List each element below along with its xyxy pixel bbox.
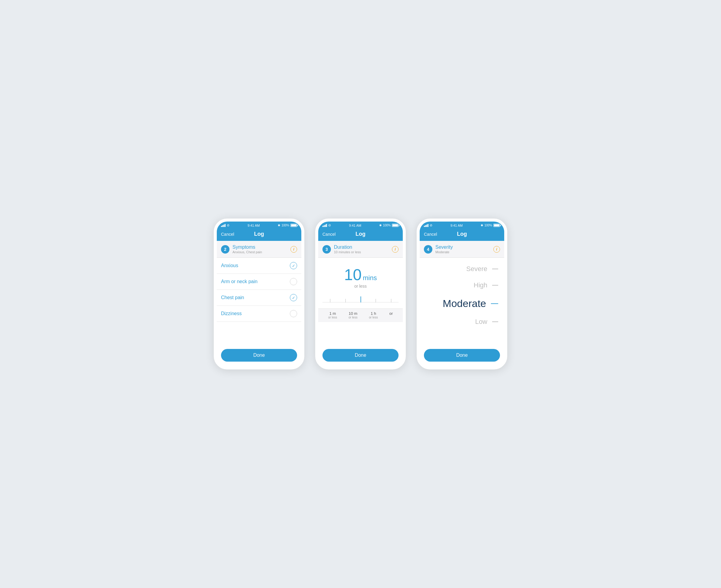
status-time-2: 9:41 AM [349,224,361,227]
track-labels: 1 m or less 10 m or less 1 h or less or [318,309,403,322]
phone-symptoms: ⊘ 9:41 AM ✱ 100% Cancel Log 2 [214,218,304,370]
track-label-sub-1: or less [328,316,337,319]
section-info-1: Symptoms Anxious, Chest pain [232,245,287,254]
signal-icon-2 [323,224,327,227]
item-label-chest: Chest pain [221,295,290,300]
wifi-icon-2: ⊘ [328,223,331,227]
cancel-button-1[interactable]: Cancel [221,232,234,237]
status-bar-1: ⊘ 9:41 AM ✱ 100% [217,222,301,229]
track-label-10m: 10 m or less [348,311,357,319]
info-button-3[interactable]: i [493,246,500,253]
list-item-chest[interactable]: Chest pain [217,290,301,306]
status-right-1: ✱ 100% [278,224,297,227]
item-label-anxious: Anxious [221,263,290,268]
status-bar-3: ⊘ 9:41 AM ✱ 100% [420,222,504,229]
done-wrap-3: Done [420,344,504,366]
bluetooth-icon-2: ✱ [379,224,382,227]
status-left-3: ⊘ [424,223,432,227]
picker-unit: mins [363,274,377,282]
phone-severity: ⊘ 9:41 AM ✱ 100% Cancel Log 4 [417,218,507,370]
track-label-or: or [389,311,393,319]
severity-dash-high [492,285,498,286]
done-button-3[interactable]: Done [424,349,500,362]
done-wrap-2: Done [318,344,403,366]
bluetooth-icon-1: ✱ [278,224,280,227]
battery-text-2: 100% [383,224,391,227]
nav-title-2: Log [356,231,366,237]
status-right-2: ✱ 100% [379,224,398,227]
severity-dash-low [492,321,498,322]
battery-icon-2 [392,224,398,227]
info-button-1[interactable]: i [290,246,297,253]
wifi-icon: ⊘ [227,223,229,227]
item-label-arm: Arm or neck pain [221,279,290,284]
wifi-icon-3: ⊘ [430,223,432,227]
check-chest[interactable] [290,294,297,301]
severity-list: Severe High Moderate Low [420,258,504,344]
list-item-dizziness[interactable]: Dizziness [217,306,301,322]
track-label-sub-3: or less [369,316,378,319]
nav-title-1: Log [254,231,264,237]
check-arm[interactable] [290,278,297,285]
section-subtitle-3: Moderate [435,250,490,254]
nav-bar-3: Cancel Log [420,229,504,241]
section-header-1: 2 Symptoms Anxious, Chest pain i [217,241,301,258]
track-label-main-2: 10 m [348,311,357,316]
phone-duration: ⊘ 9:41 AM ✱ 100% Cancel Log 3 [315,218,406,370]
step-circle-1: 2 [221,245,229,254]
severity-item-moderate[interactable]: Moderate [420,293,504,314]
duration-picker[interactable]: 10 mins or less [318,258,403,309]
signal-icon-3 [424,224,429,227]
status-left-2: ⊘ [323,223,331,227]
severity-dash-severe [492,269,498,269]
done-wrap-1: Done [217,344,301,366]
section-title-2: Duration [334,245,389,250]
item-label-dizziness: Dizziness [221,311,290,316]
check-dizziness[interactable] [290,310,297,317]
status-bar-2: ⊘ 9:41 AM ✱ 100% [318,222,403,229]
severity-label-low: Low [426,318,492,326]
severity-item-low[interactable]: Low [420,314,504,330]
section-subtitle-1: Anxious, Chest pain [232,250,287,254]
info-button-2[interactable]: i [392,246,398,253]
bluetooth-icon-3: ✱ [481,224,483,227]
severity-item-high[interactable]: High [420,277,504,293]
check-anxious[interactable] [290,262,297,269]
battery-icon-3 [493,224,500,227]
list-item-anxious[interactable]: Anxious [217,258,301,274]
status-left-1: ⊘ [221,223,229,227]
step-circle-2: 3 [323,245,331,254]
section-title-3: Severity [435,245,490,250]
track-label-main-1: 1 m [328,311,337,316]
status-time-1: 9:41 AM [248,224,260,227]
battery-text-1: 100% [282,224,289,227]
track-label-1m: 1 m or less [328,311,337,319]
nav-title-3: Log [457,231,467,237]
picker-track[interactable] [323,293,398,302]
severity-item-severe[interactable]: Severe [420,261,504,277]
severity-label-severe: Severe [426,265,492,273]
battery-text-3: 100% [484,224,492,227]
section-header-2: 3 Duration 10 minutes or less i [318,241,403,258]
track-label-main-3: 1 h [369,311,378,316]
track-label-main-4: or [389,311,393,316]
severity-label-high: High [426,281,492,289]
battery-icon-1 [290,224,297,227]
section-header-3: 4 Severity Moderate i [420,241,504,258]
scene: ⊘ 9:41 AM ✱ 100% Cancel Log 2 [202,201,519,387]
nav-bar-2: Cancel Log [318,229,403,241]
cancel-button-3[interactable]: Cancel [424,232,437,237]
track-label-sub-2: or less [348,316,357,319]
section-subtitle-2: 10 minutes or less [334,250,389,254]
status-time-3: 9:41 AM [451,224,462,227]
picker-sublabel: or less [354,284,367,289]
section-info-2: Duration 10 minutes or less [334,245,389,254]
done-button-1[interactable]: Done [221,349,297,362]
step-circle-3: 4 [424,245,432,254]
cancel-button-2[interactable]: Cancel [323,232,336,237]
nav-bar-1: Cancel Log [217,229,301,241]
status-right-3: ✱ 100% [481,224,500,227]
done-button-2[interactable]: Done [323,349,398,362]
track-label-1h: 1 h or less [369,311,378,319]
list-item-arm[interactable]: Arm or neck pain [217,274,301,290]
